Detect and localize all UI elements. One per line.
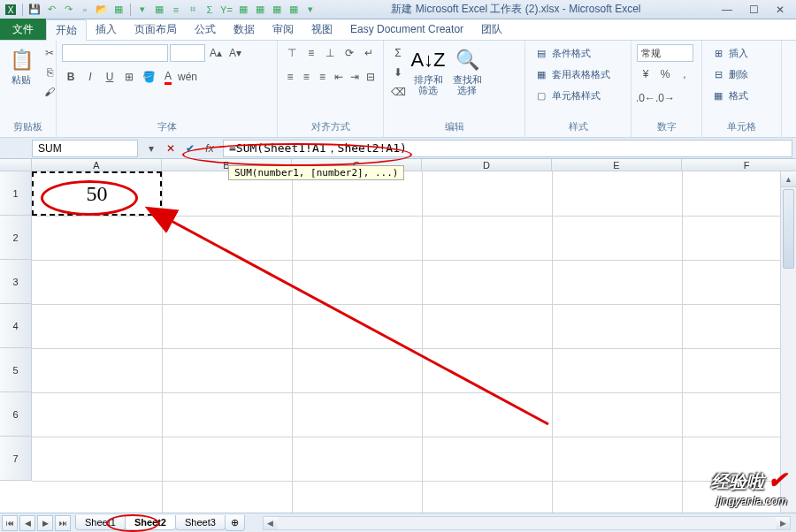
sheet-nav-last-icon[interactable]: ⏭ xyxy=(55,515,71,531)
fx-icon[interactable]: fx xyxy=(200,140,219,157)
align-left-icon[interactable]: ≡ xyxy=(283,68,297,86)
align-center-icon[interactable]: ≡ xyxy=(299,68,313,86)
tab-home[interactable]: 开始 xyxy=(46,19,87,41)
qat-icon[interactable]: ▦ xyxy=(270,3,284,17)
align-top-icon[interactable]: ⊤ xyxy=(283,44,301,62)
font-color-icon[interactable]: A xyxy=(159,68,177,86)
maximize-button[interactable]: ☐ xyxy=(741,2,766,18)
scroll-up-icon[interactable]: ▲ xyxy=(781,171,796,187)
cell-style-button[interactable]: ▢单元格样式 xyxy=(531,87,625,104)
fill-icon[interactable]: ⬇ xyxy=(389,64,407,81)
qat-icon[interactable]: ▦ xyxy=(236,3,250,17)
number-format-select[interactable]: 常规 xyxy=(637,44,693,62)
row-header[interactable]: 4 xyxy=(0,304,32,348)
format-painter-icon[interactable]: 🖌 xyxy=(41,83,58,101)
tab-layout[interactable]: 页面布局 xyxy=(126,19,186,40)
select-all-corner[interactable] xyxy=(0,159,32,171)
chart-icon[interactable]: ▦ xyxy=(111,3,126,17)
sheet-nav-next-icon[interactable]: ▶ xyxy=(37,515,53,531)
new-icon[interactable]: ▫ xyxy=(78,3,92,17)
col-header[interactable]: E xyxy=(552,159,682,171)
scroll-thumb[interactable] xyxy=(783,189,794,269)
align-mid-icon[interactable]: ≡ xyxy=(302,44,320,62)
sheet-nav-first-icon[interactable]: ⏮ xyxy=(2,515,18,531)
cells-area[interactable]: 50 xyxy=(32,171,780,513)
sum-icon[interactable]: Σ xyxy=(389,44,407,62)
qat-icon[interactable]: Y= xyxy=(219,3,233,17)
table-format-button[interactable]: ▦套用表格格式 xyxy=(531,65,625,83)
qat-icon[interactable]: Σ xyxy=(203,3,217,17)
align-bot-icon[interactable]: ⊥ xyxy=(322,44,340,62)
merge-icon[interactable]: ⊟ xyxy=(364,68,378,86)
qat-icon[interactable]: ▦ xyxy=(287,3,301,17)
currency-icon[interactable]: ¥ xyxy=(637,65,654,83)
format-cells-button[interactable]: ▦格式 xyxy=(708,87,776,104)
cond-format-button[interactable]: ▤条件格式 xyxy=(531,44,625,62)
row-header[interactable]: 6 xyxy=(0,392,32,437)
sort-button[interactable]: A↓Z 排序和筛选 xyxy=(410,44,446,97)
pinyin-icon[interactable]: wén xyxy=(179,68,196,86)
cancel-formula-icon[interactable]: ✕ xyxy=(161,140,180,157)
grow-font-icon[interactable]: A▴ xyxy=(207,44,225,62)
row-header[interactable]: 5 xyxy=(0,348,32,392)
insert-cells-button[interactable]: ⊞插入 xyxy=(708,44,776,62)
tab-edc[interactable]: Easy Document Creator xyxy=(341,19,472,40)
tab-view[interactable]: 视图 xyxy=(302,19,341,40)
indent-dec-icon[interactable]: ⇤ xyxy=(332,68,346,86)
open-icon[interactable]: 📂 xyxy=(95,3,109,17)
qat-icon[interactable]: ⌗ xyxy=(186,3,200,17)
horizontal-scrollbar[interactable]: ◀ ▶ xyxy=(263,516,791,530)
cell-a1[interactable]: 50 xyxy=(32,171,162,216)
row-headers[interactable]: 1 2 3 4 5 6 7 xyxy=(0,171,32,481)
redo-icon[interactable]: ↷ xyxy=(61,3,75,17)
sheet-tab[interactable]: Sheet1 xyxy=(75,515,126,530)
tab-team[interactable]: 团队 xyxy=(472,19,511,40)
percent-icon[interactable]: % xyxy=(656,65,674,83)
align-right-icon[interactable]: ≡ xyxy=(315,68,329,86)
qat-icon[interactable]: ≡ xyxy=(169,3,183,17)
delete-cells-button[interactable]: ⊟删除 xyxy=(708,65,776,83)
fill-color-icon[interactable]: 🪣 xyxy=(140,68,157,86)
row-header[interactable]: 3 xyxy=(0,260,32,304)
tab-insert[interactable]: 插入 xyxy=(87,19,126,40)
row-header[interactable]: 7 xyxy=(0,437,32,481)
clear-icon[interactable]: ⌫ xyxy=(389,83,407,101)
enter-formula-icon[interactable]: ✔ xyxy=(180,140,200,157)
bold-button[interactable]: B xyxy=(62,68,80,86)
row-header[interactable]: 2 xyxy=(0,216,32,260)
border-icon[interactable]: ⊞ xyxy=(120,68,138,86)
save-icon[interactable]: 💾 xyxy=(27,3,42,17)
comma-icon[interactable]: , xyxy=(676,65,693,83)
inc-decimal-icon[interactable]: .0← xyxy=(637,89,654,107)
formula-input[interactable]: =SUM(Sheet1!A1，Sheet2!A1) xyxy=(223,140,792,157)
sheet-tab[interactable]: Sheet2 xyxy=(125,515,176,530)
wrap-icon[interactable]: ↵ xyxy=(360,44,378,62)
sheet-nav-prev-icon[interactable]: ◀ xyxy=(19,515,35,531)
col-header[interactable]: F xyxy=(682,159,796,171)
qat-more-icon[interactable]: ▾ xyxy=(303,3,318,17)
underline-button[interactable]: U xyxy=(101,68,119,86)
tab-review[interactable]: 审阅 xyxy=(264,19,302,40)
paste-button[interactable]: 📋 粘贴 xyxy=(5,44,37,87)
qat-icon[interactable]: ▦ xyxy=(253,3,267,17)
namebox-dropdown-icon[interactable]: ▾ xyxy=(142,140,161,157)
orientation-icon[interactable]: ⟳ xyxy=(341,44,358,62)
cut-icon[interactable]: ✂ xyxy=(41,44,58,62)
italic-button[interactable]: I xyxy=(81,68,99,86)
font-size-select[interactable] xyxy=(170,44,205,62)
undo-icon[interactable]: ↶ xyxy=(44,3,58,17)
copy-icon[interactable]: ⎘ xyxy=(41,64,58,81)
font-name-select[interactable] xyxy=(62,44,168,62)
shrink-font-icon[interactable]: A▾ xyxy=(226,44,244,62)
sheet-tab[interactable]: Sheet3 xyxy=(175,515,226,530)
new-sheet-button[interactable]: ⊕ xyxy=(225,515,245,531)
spreadsheet-grid[interactable]: A B C D E F 1 2 3 4 5 6 7 50 ▲ xyxy=(0,159,796,513)
scroll-left-icon[interactable]: ◀ xyxy=(264,517,278,529)
vertical-scrollbar[interactable]: ▲ xyxy=(780,171,796,513)
close-button[interactable]: ✕ xyxy=(768,2,792,18)
qat-icon[interactable]: ▦ xyxy=(152,3,166,17)
col-header[interactable]: D xyxy=(422,159,552,171)
dec-decimal-icon[interactable]: .0→ xyxy=(656,89,674,107)
tab-data[interactable]: 数据 xyxy=(225,19,264,40)
scroll-right-icon[interactable]: ▶ xyxy=(776,517,790,529)
